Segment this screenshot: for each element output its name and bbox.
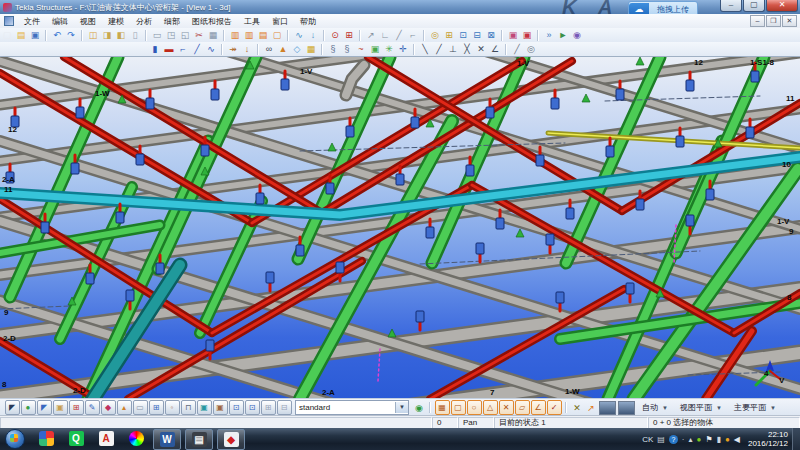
minimize-button[interactable]: –: [720, 0, 742, 12]
app-iqiyi-taskbar-button[interactable]: Q: [63, 429, 89, 448]
select-poly-icon[interactable]: ◳: [165, 29, 177, 41]
usb-icon[interactable]: ·: [682, 435, 685, 444]
zoom-tool-icon[interactable]: ◎: [429, 29, 441, 41]
component-icon[interactable]: ✳: [383, 43, 395, 55]
connection-plate[interactable]: [146, 98, 154, 109]
select-all-types-icon[interactable]: ⊟: [277, 400, 292, 415]
mdi-close-button[interactable]: ✕: [782, 15, 797, 27]
menu-建模[interactable]: 建模: [102, 16, 130, 27]
snap-free-icon[interactable]: ╱: [511, 43, 523, 55]
part-green-icon[interactable]: ▣: [369, 43, 381, 55]
title-bar[interactable]: Tekla Structures - F:\江油青莲文体中心\管桁架 - [Vi…: [0, 0, 800, 14]
snap-confirm-icon[interactable]: ✓: [547, 400, 562, 415]
box-select-icon[interactable]: ▦: [207, 29, 219, 41]
connection-plate[interactable]: [116, 212, 124, 223]
app-notepad-taskbar-button[interactable]: ▤: [185, 429, 213, 450]
app-word-taskbar-button[interactable]: W: [153, 429, 181, 450]
fly-icon[interactable]: ∿: [293, 29, 305, 41]
view-duplicate-icon[interactable]: ⊡: [457, 29, 469, 41]
menu-细部[interactable]: 细部: [158, 16, 186, 27]
redo-icon[interactable]: ↷: [65, 29, 77, 41]
view-thumbnail-2[interactable]: [618, 401, 635, 415]
drawing-new-icon[interactable]: ▤: [257, 29, 269, 41]
select-objects-in-components-icon[interactable]: ⊞: [261, 400, 276, 415]
connection-plate[interactable]: [346, 126, 354, 137]
cut-icon[interactable]: ✂: [193, 29, 205, 41]
taskbar-clock[interactable]: 22:10 2016/12/12: [748, 430, 788, 448]
connection-plate[interactable]: [76, 107, 84, 118]
rotation-mode-dropdown[interactable]: 自动▼: [638, 401, 672, 414]
connection-plate[interactable]: [256, 193, 264, 204]
connection-plate[interactable]: [466, 165, 474, 176]
select-points-icon[interactable]: ◦: [165, 400, 180, 415]
stud-icon[interactable]: §: [341, 43, 353, 55]
mdi-minimize-button[interactable]: –: [750, 15, 765, 27]
alert-orange-icon[interactable]: ●: [725, 435, 730, 444]
model-view-3d[interactable]: 1-W1-V1-V122-A11121-S1-811101-V9892-D82-…: [0, 56, 800, 399]
snap-circle-icon[interactable]: ○: [467, 400, 482, 415]
chevron-down-icon[interactable]: ▼: [395, 402, 408, 413]
menu-文件[interactable]: 文件: [18, 16, 46, 27]
connection-plate[interactable]: [551, 98, 559, 109]
connection-plate[interactable]: [206, 340, 214, 351]
select-frames-icon[interactable]: ▭: [133, 400, 148, 415]
volume-icon[interactable]: ◀: [734, 435, 740, 444]
inquire-icon[interactable]: ∞: [263, 43, 275, 55]
select-rect-icon[interactable]: ▭: [151, 29, 163, 41]
view-thumbnail-1[interactable]: [599, 401, 616, 415]
create-beam-icon[interactable]: ▬: [163, 43, 175, 55]
create-polybeam-icon[interactable]: ⌐: [177, 43, 189, 55]
connection-plate[interactable]: [281, 79, 289, 90]
grid-tool-icon[interactable]: ⊞: [343, 29, 355, 41]
connection-plate[interactable]: [606, 146, 614, 157]
connection-plate[interactable]: [396, 174, 404, 185]
create-box-icon[interactable]: ▦: [305, 43, 317, 55]
connection-plate[interactable]: [676, 136, 684, 147]
mdi-document-icon[interactable]: [4, 16, 14, 26]
snap-origin-icon[interactable]: ◎: [525, 43, 537, 55]
fly-mode-arrow-icon[interactable]: ↗: [585, 402, 597, 414]
battery-icon[interactable]: ▮: [717, 435, 721, 444]
macro-icon[interactable]: ▣: [521, 29, 533, 41]
snap-midpoint-icon[interactable]: ╱: [433, 43, 445, 55]
connection-plate[interactable]: [626, 283, 634, 294]
action-center-flag-icon[interactable]: ⚑: [705, 435, 712, 444]
select-views-icon[interactable]: ▣: [197, 400, 212, 415]
menu-编辑[interactable]: 编辑: [46, 16, 74, 27]
angle-icon[interactable]: ∟: [379, 29, 391, 41]
connection-plate[interactable]: [266, 272, 274, 283]
select-grid-lines-icon[interactable]: ✎: [85, 400, 100, 415]
create-vertical-icon[interactable]: ↓: [241, 43, 253, 55]
ruler-icon[interactable]: ╱: [393, 29, 405, 41]
component-combobox[interactable]: standard ▼: [295, 400, 409, 415]
mdi-restore-button[interactable]: ❐: [766, 15, 781, 27]
connection-plate[interactable]: [156, 263, 164, 274]
select-grids-icon[interactable]: ⊞: [69, 400, 84, 415]
select-distances-icon[interactable]: ⊞: [149, 400, 164, 415]
snap-angle-icon[interactable]: ∠: [489, 43, 501, 55]
select-objects-in-assemblies-icon[interactable]: ⊡: [245, 400, 260, 415]
connection-plate[interactable]: [296, 245, 304, 256]
app-reader-taskbar-button[interactable]: A: [93, 429, 119, 448]
snap-nearest-icon[interactable]: ✕: [475, 43, 487, 55]
snap-triangle-icon[interactable]: △: [483, 400, 498, 415]
connection-plate[interactable]: [426, 227, 434, 238]
drawing-list-icon[interactable]: ▥: [229, 29, 241, 41]
security-green-icon[interactable]: ●: [697, 435, 702, 444]
app-colorwheel-taskbar-button[interactable]: [123, 429, 149, 448]
help-icon[interactable]: ?: [669, 435, 678, 444]
report-icon[interactable]: ⊠: [485, 29, 497, 41]
walk-icon[interactable]: ↓: [307, 29, 319, 41]
drawing-doc-icon[interactable]: ▢: [271, 29, 283, 41]
start-button[interactable]: [5, 429, 25, 449]
create-twin-profile-icon[interactable]: ↠: [227, 43, 239, 55]
snap-endpoint-icon[interactable]: ╲: [419, 43, 431, 55]
view-new-icon[interactable]: ⊟: [471, 29, 483, 41]
snap-ref-points-icon[interactable]: ▦: [435, 400, 450, 415]
plane-type-dropdown[interactable]: 主要平面▼: [730, 401, 780, 414]
connection-plate[interactable]: [751, 71, 759, 82]
connection-plate[interactable]: [201, 145, 209, 156]
connection-plate[interactable]: [616, 89, 624, 100]
publish-icon[interactable]: ►: [557, 29, 569, 41]
file-save-icon[interactable]: ▣: [29, 29, 41, 41]
